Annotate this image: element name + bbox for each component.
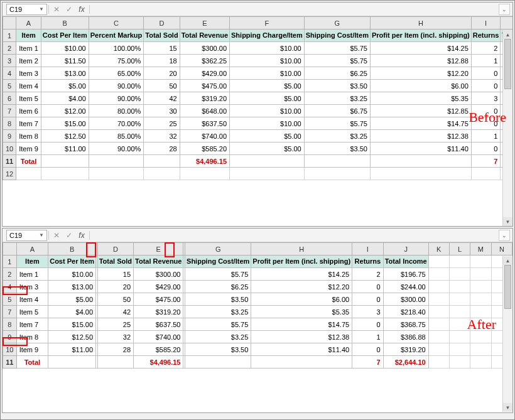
cell[interactable]: 70.00%: [89, 117, 144, 130]
cell[interactable]: $12.85: [370, 105, 471, 117]
cell[interactable]: [428, 268, 449, 281]
cell[interactable]: [180, 168, 229, 180]
table-header[interactable]: Cost Per Item: [48, 256, 96, 268]
cell[interactable]: Item 5: [16, 92, 41, 105]
cell[interactable]: $10.00: [230, 42, 305, 55]
cell[interactable]: 3: [471, 92, 501, 105]
column-header[interactable]: F: [230, 17, 305, 30]
enter-icon[interactable]: ✓: [63, 231, 75, 240]
cell[interactable]: 42: [97, 306, 133, 318]
column-header[interactable]: B: [41, 17, 89, 30]
cell[interactable]: [428, 293, 449, 306]
cell[interactable]: $648.00: [180, 105, 229, 117]
row-header[interactable]: 7: [3, 306, 17, 318]
vertical-scrollbar[interactable]: ▲ ▼: [502, 30, 512, 226]
cancel-icon[interactable]: ✕: [50, 231, 63, 240]
cell[interactable]: Item 3: [16, 67, 41, 80]
cell[interactable]: [471, 168, 501, 180]
cell[interactable]: $5.35: [370, 92, 471, 105]
cell[interactable]: [470, 281, 492, 293]
cell[interactable]: [449, 268, 470, 281]
cell[interactable]: $11.40: [251, 343, 352, 356]
cell[interactable]: 20: [97, 281, 133, 293]
cell[interactable]: $5.75: [185, 318, 251, 331]
column-header[interactable]: D: [144, 17, 180, 30]
cell[interactable]: 0: [471, 143, 501, 155]
cell[interactable]: 42: [144, 92, 180, 105]
enter-icon[interactable]: ✓: [63, 5, 75, 14]
cell[interactable]: [470, 356, 492, 369]
cell[interactable]: $585.20: [180, 143, 229, 155]
cell[interactable]: 32: [144, 130, 180, 143]
cell[interactable]: 0: [352, 293, 383, 306]
cell[interactable]: $3.25: [185, 306, 251, 318]
cell[interactable]: [304, 168, 370, 180]
row-header[interactable]: 11: [3, 356, 17, 369]
cell[interactable]: [370, 155, 471, 168]
cell[interactable]: $12.38: [370, 130, 471, 143]
cell[interactable]: $300.00: [383, 293, 428, 306]
cell[interactable]: $10.00: [48, 268, 96, 281]
cell[interactable]: $6.75: [304, 105, 370, 117]
cell[interactable]: $2,644.10: [383, 356, 428, 369]
cell[interactable]: Item 1: [16, 42, 41, 55]
cell[interactable]: 65.00%: [89, 67, 144, 80]
cell[interactable]: Item 4: [16, 80, 41, 92]
cell[interactable]: [428, 331, 449, 343]
table-header[interactable]: Shipping Cost/Item: [304, 30, 370, 42]
cell[interactable]: $14.75: [370, 117, 471, 130]
cell[interactable]: $13.00: [48, 281, 96, 293]
row-header[interactable]: 2: [3, 42, 16, 55]
column-header[interactable]: E: [134, 243, 183, 256]
cell[interactable]: $5.75: [304, 55, 370, 67]
cell[interactable]: $5.00: [41, 80, 89, 92]
cell[interactable]: $4.00: [48, 306, 96, 318]
cell[interactable]: [428, 281, 449, 293]
cell[interactable]: 90.00%: [89, 143, 144, 155]
cell[interactable]: 90.00%: [89, 80, 144, 92]
column-header[interactable]: N: [491, 243, 512, 256]
table-header[interactable]: Total Revenue: [134, 256, 183, 268]
column-header[interactable]: H: [251, 243, 352, 256]
cell[interactable]: $11.50: [41, 55, 89, 67]
cell[interactable]: Item 7: [16, 318, 48, 331]
cell[interactable]: $740.00: [134, 331, 183, 343]
cell[interactable]: $5.00: [230, 92, 305, 105]
scroll-up-icon[interactable]: ▲: [503, 30, 512, 39]
cell[interactable]: 7: [471, 155, 501, 168]
column-header[interactable]: A: [16, 243, 48, 256]
table-header[interactable]: Total Sold: [97, 256, 133, 268]
cell[interactable]: [144, 155, 180, 168]
cell[interactable]: $368.75: [383, 318, 428, 331]
column-header[interactable]: B: [48, 243, 96, 256]
cell[interactable]: 2: [471, 42, 501, 55]
column-header[interactable]: A: [16, 17, 41, 30]
cell[interactable]: $585.20: [134, 343, 183, 356]
row-header[interactable]: 1: [3, 256, 17, 268]
table-header[interactable]: Profit per Item (incl. shipping): [370, 30, 471, 42]
cell[interactable]: Item 6: [16, 105, 41, 117]
cell[interactable]: Total: [16, 155, 41, 168]
row-header[interactable]: 5: [3, 293, 17, 306]
cell[interactable]: Item 9: [16, 143, 41, 155]
cell[interactable]: [428, 306, 449, 318]
cell[interactable]: Item 3: [16, 281, 48, 293]
scroll-up-icon[interactable]: ▲: [503, 256, 512, 265]
cell[interactable]: 3: [352, 306, 383, 318]
cell[interactable]: [428, 356, 449, 369]
column-header[interactable]: M: [470, 243, 492, 256]
row-header[interactable]: 9: [3, 130, 16, 143]
expand-formula-bar-icon[interactable]: ⌄: [499, 230, 510, 241]
cell[interactable]: $6.00: [370, 80, 471, 92]
cell[interactable]: $5.00: [230, 143, 305, 155]
name-box[interactable]: C19 ▼: [6, 4, 47, 15]
row-header[interactable]: 8: [3, 318, 17, 331]
column-header[interactable]: C: [89, 17, 144, 30]
cell[interactable]: [41, 168, 89, 180]
fx-icon[interactable]: fx: [75, 231, 88, 240]
cell[interactable]: $196.75: [383, 268, 428, 281]
column-header[interactable]: K: [428, 243, 449, 256]
column-header[interactable]: G: [185, 243, 251, 256]
cell[interactable]: $15.00: [48, 318, 96, 331]
cell[interactable]: [89, 168, 144, 180]
